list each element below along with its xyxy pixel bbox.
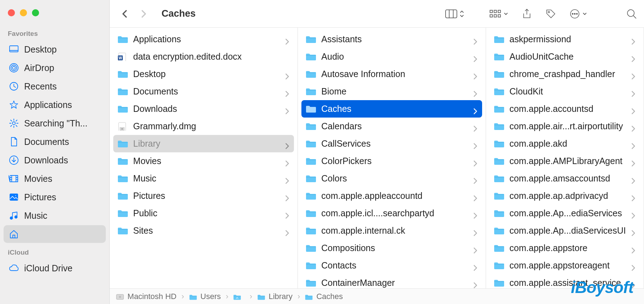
word-document-icon	[118, 53, 128, 61]
file-row[interactable]: Desktop	[113, 65, 294, 83]
view-columns-button[interactable]	[445, 9, 464, 18]
sidebar-item-applications[interactable]: Applications	[4, 96, 106, 114]
chevron-right-icon	[285, 176, 290, 181]
chevron-right-icon	[631, 228, 636, 233]
search-button[interactable]	[626, 9, 637, 19]
file-row[interactable]: com.apple.appstoreagent	[490, 257, 640, 274]
file-row[interactable]: com.apple.accountsd	[490, 100, 640, 118]
file-row[interactable]: Audio	[301, 48, 482, 65]
file-row[interactable]: Assistants	[301, 31, 482, 48]
path-separator: ›	[224, 292, 230, 301]
file-row[interactable]: com.apple.appleaccountd	[301, 187, 482, 205]
column-3[interactable]: askpermissiond AudioUnitCache chrome_cra…	[486, 28, 644, 288]
file-row[interactable]: com.apple.internal.ck	[301, 222, 482, 239]
sidebar-item-documents[interactable]: Documents	[4, 133, 106, 151]
sidebar-item-searching-th-[interactable]: Searching "Th...	[4, 114, 106, 132]
column-2[interactable]: Assistants Audio Autosave Information Bi…	[298, 28, 486, 288]
sidebar-item-label: AirDrop	[24, 63, 54, 73]
file-row[interactable]: Music	[113, 170, 294, 187]
file-row[interactable]: Calendars	[301, 118, 482, 135]
file-row[interactable]: Movies	[113, 152, 294, 170]
file-name: com.apple.air...rt.airportutility	[509, 121, 626, 131]
file-row[interactable]: CallServices	[301, 135, 482, 152]
chevron-right-icon	[631, 107, 636, 112]
downloads-icon	[9, 155, 19, 165]
gear-icon	[9, 118, 19, 129]
file-row[interactable]: com.apple.icl....searchpartyd	[301, 205, 482, 222]
path-crumb[interactable]: Users	[189, 292, 221, 301]
sidebar-item-airdrop[interactable]: AirDrop	[4, 59, 106, 77]
folder-icon	[306, 174, 316, 183]
share-button[interactable]	[522, 9, 532, 19]
folder-icon	[118, 35, 128, 44]
folder-icon	[306, 35, 316, 44]
chevron-right-icon	[285, 228, 290, 233]
file-row[interactable]: com.apple.Ap...ediaServices	[490, 205, 640, 222]
file-row[interactable]: com.apple.ap.adprivacyd	[490, 187, 640, 205]
minimize-window-button[interactable]	[20, 9, 27, 16]
file-row[interactable]: Downloads	[113, 100, 294, 118]
file-row[interactable]: com.apple.amsaccountsd	[490, 170, 640, 187]
sidebar-item-home[interactable]	[4, 225, 106, 243]
sidebar-item-pictures[interactable]: Pictures	[4, 188, 106, 206]
file-row[interactable]: ColorPickers	[301, 152, 482, 170]
file-row[interactable]: Grammarly.dmg	[113, 118, 294, 135]
folder-icon	[118, 140, 128, 148]
file-row[interactable]: Pictures	[113, 187, 294, 205]
file-row[interactable]: com.apple.AMPLibraryAgent	[490, 152, 640, 170]
path-crumb[interactable]	[233, 293, 245, 300]
back-button[interactable]	[120, 10, 129, 18]
close-window-button[interactable]	[8, 9, 15, 16]
file-row[interactable]: CloudKit	[490, 83, 640, 100]
chevron-right-icon	[631, 141, 636, 146]
svg-rect-25	[10, 194, 18, 200]
file-name: Public	[133, 208, 280, 218]
file-name: Audio	[321, 51, 468, 62]
file-name: com.apple.appstoreagent	[509, 260, 626, 271]
file-row[interactable]: data encryption.edited.docx	[113, 48, 294, 65]
path-crumb[interactable]: Library	[257, 292, 293, 301]
file-row[interactable]: Applications	[113, 31, 294, 48]
file-row[interactable]: ContainerManager	[301, 274, 482, 288]
column-view: Applications data encryption.edited.docx…	[110, 28, 644, 288]
file-row[interactable]: Compositions	[301, 239, 482, 257]
path-crumb-label: Library	[269, 292, 293, 301]
file-row[interactable]: Biome	[301, 83, 482, 100]
folder-icon	[118, 157, 128, 165]
group-button[interactable]	[489, 9, 508, 18]
sidebar-item-icloud-drive[interactable]: iCloud Drive	[4, 259, 106, 277]
file-row[interactable]: com.apple.akd	[490, 135, 640, 152]
file-row[interactable]: askpermissiond	[490, 31, 640, 48]
tags-button[interactable]	[545, 9, 556, 19]
sidebar-item-music[interactable]: Music	[4, 207, 106, 224]
file-row[interactable]: Documents	[113, 83, 294, 100]
file-row[interactable]: Colors	[301, 170, 482, 187]
chevron-right-icon	[631, 54, 636, 59]
file-row[interactable]: Contacts	[301, 257, 482, 274]
main-content: Caches	[110, 0, 644, 304]
file-row[interactable]: com.apple.appstore	[490, 239, 640, 257]
forward-button[interactable]	[140, 10, 148, 18]
path-crumb[interactable]: Caches	[305, 292, 343, 301]
sidebar-item-movies[interactable]: Movies	[4, 170, 106, 188]
file-row[interactable]: chrome_crashpad_handler	[490, 65, 640, 83]
action-button[interactable]	[569, 9, 587, 19]
sidebar-item-desktop[interactable]: Desktop	[4, 40, 106, 58]
chevron-right-icon	[631, 89, 636, 94]
file-row[interactable]: Autosave Information	[301, 65, 482, 83]
sidebar-item-label: Documents	[24, 137, 69, 147]
file-row[interactable]: Caches	[301, 100, 482, 118]
path-crumb[interactable]: Macintosh HD	[116, 292, 176, 301]
chevron-right-icon	[473, 107, 478, 112]
file-row[interactable]: Sites	[113, 222, 294, 239]
column-1[interactable]: Applications data encryption.edited.docx…	[110, 28, 298, 288]
file-row[interactable]: Public	[113, 205, 294, 222]
sidebar-item-recents[interactable]: Recents	[4, 77, 106, 95]
zoom-window-button[interactable]	[32, 9, 39, 16]
file-row[interactable]: Library	[113, 135, 294, 152]
sidebar-item-label: Searching "Th...	[24, 118, 87, 129]
file-row[interactable]: com.apple.air...rt.airportutility	[490, 118, 640, 135]
file-row[interactable]: AudioUnitCache	[490, 48, 640, 65]
file-row[interactable]: com.apple.Ap...diaServicesUI	[490, 222, 640, 239]
sidebar-item-downloads[interactable]: Downloads	[4, 151, 106, 169]
